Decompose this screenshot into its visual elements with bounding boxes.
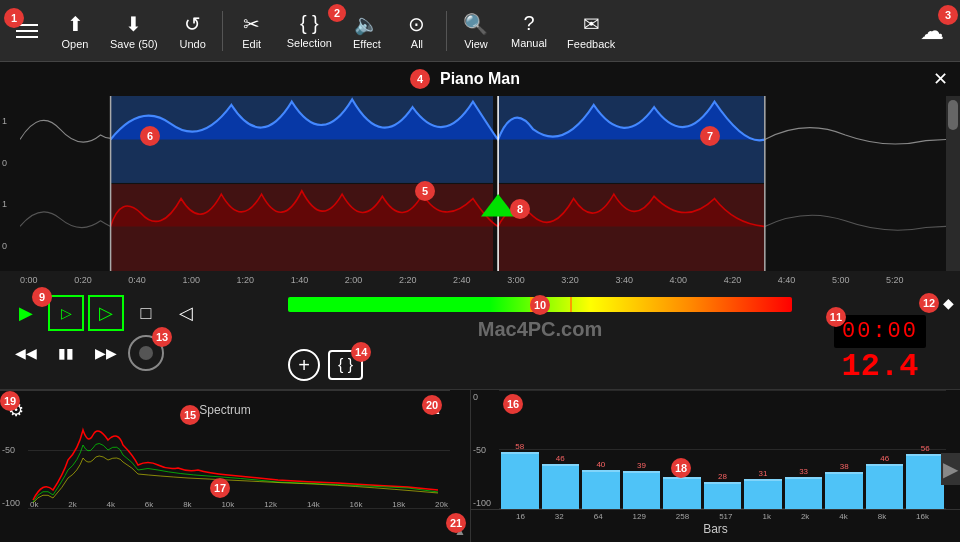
- open-label: Open: [62, 38, 89, 50]
- annotation-6: 6: [140, 126, 160, 146]
- bar-rect-1: [542, 464, 580, 510]
- transport-row-2: ◀◀ ▮▮ ▶▶ 13: [8, 335, 272, 371]
- bar-item-2: 40: [582, 460, 620, 510]
- save-icon: ⬇: [125, 12, 142, 36]
- all-button[interactable]: ⊙ All: [392, 8, 442, 54]
- effect-button[interactable]: 🔈 Effect: [342, 8, 392, 54]
- bar-rect-3: [623, 471, 661, 510]
- waveform-main[interactable]: 5 6 7 8: [20, 96, 946, 271]
- annotation-18: 18: [671, 458, 691, 478]
- annotation-15: 15: [180, 405, 200, 425]
- bar-chart: 58 46 40 39 33 28: [499, 390, 946, 510]
- watermark: Mac4PC.com: [288, 318, 792, 341]
- save-button[interactable]: ⬇ Save (50): [100, 8, 168, 54]
- annotation-7: 7: [700, 126, 720, 146]
- transport-center: 10 Mac4PC.com + 14 { }: [280, 289, 800, 389]
- bar-item-1: 46: [542, 454, 580, 510]
- spectrum-panel: 0 -50 -100 15 17 0k 2k 4k 6k 8k 10k 12k …: [0, 390, 450, 542]
- gear-wrap: 19 ⚙: [8, 399, 24, 421]
- track-title: Piano Man: [440, 70, 520, 88]
- add-button[interactable]: +: [288, 349, 320, 381]
- annotation-16: 16: [503, 394, 523, 414]
- bar-item-3: 39: [623, 461, 661, 510]
- annotation-4: 4: [410, 69, 430, 89]
- all-label: All: [411, 38, 423, 50]
- bar-item-0: 58: [501, 442, 539, 510]
- bar-item-5: 28: [704, 472, 742, 510]
- spectrum-section: 0 -50 -100 15 17 0k 2k 4k 6k 8k 10k 12k …: [0, 389, 960, 542]
- stop-button[interactable]: □: [128, 295, 164, 331]
- annotation-5: 5: [415, 181, 435, 201]
- waveform-scale: 1 0 1 0: [0, 96, 20, 271]
- transport-row-1: 9 ▶ ▷ ▷ □ ◁: [8, 295, 272, 331]
- annotation-3: 3: [938, 5, 958, 25]
- toolbar-right: 3 ☁: [912, 11, 952, 51]
- view-icon: 🔍: [463, 12, 488, 36]
- bars-footer: Bars: [471, 509, 960, 542]
- bars-label: Bars: [703, 522, 728, 536]
- annotation-11: 11: [826, 307, 846, 327]
- manual-icon: ?: [523, 12, 534, 35]
- transport-bottom-row: + 14 { }: [288, 349, 792, 381]
- selection-label: Selection: [287, 37, 332, 49]
- effect-label: Effect: [353, 38, 381, 50]
- timeline-ruler: 0:00 0:20 0:40 1:00 1:20 1:40 2:00 2:20 …: [0, 271, 960, 289]
- play-from-button[interactable]: ▷: [48, 295, 84, 331]
- waveform-scrollbar[interactable]: [946, 96, 960, 271]
- annotation-14: 14: [351, 342, 371, 362]
- bar-item-6: 31: [744, 469, 782, 510]
- all-icon: ⊙: [408, 12, 425, 36]
- feedback-button[interactable]: ✉ Feedback: [557, 8, 625, 54]
- view-button[interactable]: 🔍 View: [451, 8, 501, 54]
- feedback-label: Feedback: [567, 38, 615, 50]
- undo-icon: ↺: [184, 12, 201, 36]
- selection-icon: { }: [300, 12, 319, 35]
- volume-marker-2: [570, 297, 572, 312]
- transport-controls: 9 ▶ ▷ ▷ □ ◁ ◀◀ ▮▮ ▶▶ 13: [0, 289, 280, 389]
- view-label: View: [464, 38, 488, 50]
- svg-rect-5: [498, 184, 765, 271]
- title-bar: 4 Piano Man ✕: [0, 62, 960, 96]
- bar-rect-2: [582, 470, 620, 510]
- right-arrow[interactable]: ▶: [941, 453, 960, 485]
- waveform-area: 1 0 1 0: [0, 96, 960, 271]
- bar-rect-5: [704, 482, 742, 510]
- rewind-button[interactable]: ◀◀: [8, 335, 44, 371]
- svg-rect-1: [111, 96, 493, 183]
- annotation-17: 17: [210, 478, 230, 498]
- edit-icon: ✂: [243, 12, 260, 36]
- ffwd-button[interactable]: ▶▶: [88, 335, 124, 371]
- spectrum-label: Spectrum: [199, 403, 250, 417]
- time-display-wrap: 11 00:00: [834, 315, 926, 348]
- arrow-wrap: 20 ▲: [430, 403, 442, 417]
- diamond-icon: ◆: [943, 295, 954, 311]
- manual-button[interactable]: ? Manual: [501, 8, 557, 53]
- annotation-13: 13: [152, 327, 172, 347]
- bar-rect-7: [785, 477, 823, 510]
- arrow21-wrap: 21 ▲: [454, 521, 466, 539]
- cloud-area: 3 ☁: [912, 11, 952, 51]
- play-sel-button[interactable]: ▷: [88, 295, 124, 331]
- open-button[interactable]: ⬆ Open: [50, 8, 100, 54]
- bar-rect-9: [866, 464, 904, 510]
- bar-rect-8: [825, 472, 863, 510]
- edit-label: Edit: [242, 38, 261, 50]
- annotation-1: 1: [4, 8, 24, 28]
- edit-button[interactable]: ✂ Edit: [227, 8, 277, 54]
- selection-button[interactable]: { } 2 Selection: [277, 8, 342, 53]
- annotation-8: 8: [510, 199, 530, 219]
- time-display-large: 12.4: [842, 348, 919, 385]
- close-button[interactable]: ✕: [933, 68, 948, 90]
- volume-button[interactable]: ◁: [168, 295, 204, 331]
- scrollbar-thumb[interactable]: [948, 100, 958, 130]
- bar-rect-6: [744, 479, 782, 510]
- undo-label: Undo: [180, 38, 206, 50]
- undo-button[interactable]: ↺ Undo: [168, 8, 218, 54]
- pause-button[interactable]: ▮▮: [48, 335, 84, 371]
- waveform-svg: [20, 96, 946, 271]
- bar-rect-10: [906, 454, 944, 510]
- panel-divider: 21 ▲: [450, 390, 470, 542]
- bar-item-8: 38: [825, 462, 863, 510]
- play-btn-wrap: 9 ▶: [8, 295, 44, 331]
- bar-item-7: 33: [785, 467, 823, 510]
